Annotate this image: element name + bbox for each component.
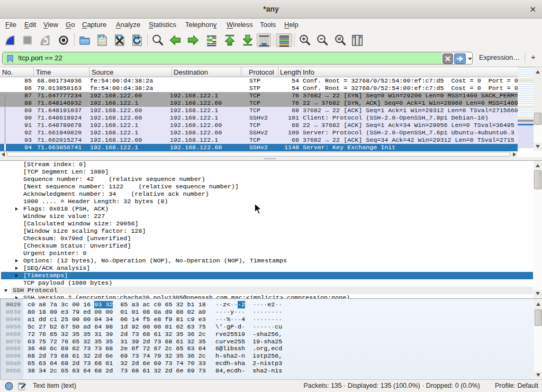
svg-text:0011: 0011: [99, 43, 105, 46]
